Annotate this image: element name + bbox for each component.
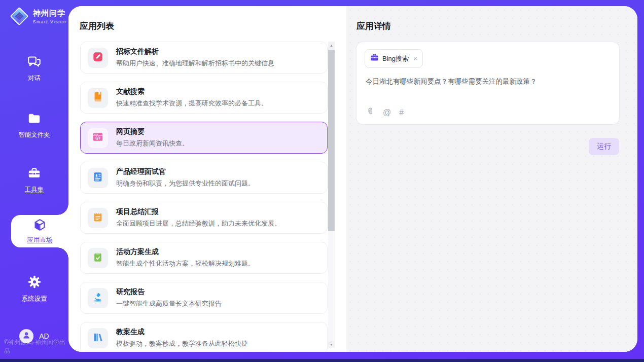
app-card-title: 文献搜索 — [116, 87, 268, 96]
app-detail-panel: 应用详情 Bing搜索 × 今日湖北有哪些新闻要点？有哪些需要关注的最新政策？ … — [346, 6, 637, 352]
app-card-description: 明确身份和职责，为您提供专业性的面试问题。 — [116, 179, 255, 188]
scrollbar-up-arrow[interactable]: ▲ — [328, 42, 335, 49]
tool-chip-label: Bing搜索 — [382, 54, 409, 63]
sidebar-item-label: 智能文件夹 — [18, 131, 50, 139]
query-text[interactable]: 今日湖北有哪些新闻要点？有哪些需要关注的最新政策？ — [366, 77, 611, 86]
notepad-icon — [92, 211, 103, 225]
app-card-description: 帮助用户快速、准确地理解和解析招标书中的关键信息 — [116, 59, 274, 68]
at-icon[interactable]: @ — [383, 108, 391, 117]
chip-close-icon[interactable]: × — [413, 55, 417, 62]
bottom-bar — [0, 359, 644, 362]
app-card-description: 快速精准查找学术资源，提高研究效率的必备工具。 — [116, 99, 268, 108]
app-icon-tile — [88, 288, 108, 308]
query-input-card[interactable]: Bing搜索 × 今日湖北有哪些新闻要点？有哪些需要关注的最新政策？ @# — [356, 42, 620, 125]
app-card[interactable]: 网页摘要每日政府新闻资讯快查。 — [80, 122, 328, 154]
sidebar-item-5[interactable]: 系统设置 — [0, 275, 68, 303]
briefcase-icon — [370, 53, 379, 64]
app-card-description: 智能生成个性化活动方案，轻松解决规划难题。 — [116, 259, 255, 268]
toolbox-icon — [27, 166, 41, 182]
app-card-texts: 招标文件解析帮助用户快速、准确地理解和解析招标书中的关键信息 — [116, 47, 274, 68]
app-card[interactable]: 项目总结汇报全面回顾项目进展，总结经验教训，助力未来优化发展。 — [80, 202, 328, 234]
paperclip-icon[interactable] — [366, 107, 375, 118]
resume-icon — [92, 171, 103, 185]
app-detail-title: 应用详情 — [356, 20, 391, 32]
brand-name: 神州问学 — [33, 9, 66, 18]
app-card-title: 招标文件解析 — [116, 47, 274, 56]
app-card-title: 研究报告 — [116, 287, 222, 297]
app-list-panel: 应用列表 招标文件解析帮助用户快速、准确地理解和解析招标书中的关键信息文献搜索快… — [68, 6, 346, 352]
app-card-title: 网页摘要 — [116, 127, 189, 136]
app-icon-tile — [88, 48, 108, 68]
app-icon-tile — [88, 328, 108, 348]
scrollbar-thumb[interactable] — [328, 50, 335, 231]
cube-icon — [33, 218, 47, 233]
app-card-texts: 教案生成模板驱动，教案秒成，教学准备从此轻松快捷 — [116, 328, 248, 348]
app-card-texts: 研究报告一键智能生成高质量长文本研究报告 — [116, 287, 222, 308]
app-card[interactable]: 研究报告一键智能生成高质量长文本研究报告 — [80, 282, 328, 314]
app-card-texts: 活动方案生成智能生成个性化活动方案，轻松解决规划难题。 — [116, 247, 255, 268]
folder-icon — [27, 112, 41, 127]
app-card[interactable]: 文献搜索快速精准查找学术资源，提高研究效率的必备工具。 — [80, 82, 328, 114]
books-icon — [92, 332, 103, 345]
microscope-icon — [92, 292, 103, 305]
app-card[interactable]: 产品经理面试官明确身份和职责，为您提供专业性的面试问题。 — [80, 162, 328, 194]
hash-icon[interactable]: # — [399, 108, 404, 117]
edit-square-icon — [92, 51, 103, 64]
book-icon — [92, 91, 103, 104]
browser-code-icon — [92, 131, 103, 144]
scrollbar-down-arrow[interactable]: ▼ — [328, 341, 335, 348]
app-card-description: 一键智能生成高质量长文本研究报告 — [116, 299, 222, 308]
app-card-title: 活动方案生成 — [116, 247, 255, 257]
main-content: 应用列表 招标文件解析帮助用户快速、准确地理解和解析招标书中的关键信息文献搜索快… — [68, 6, 637, 352]
app-icon-tile — [88, 88, 108, 108]
app-icon-tile — [88, 208, 108, 228]
sidebar-item-label: 系统设置 — [22, 295, 47, 303]
sidebar-item-label: 工具集 — [25, 186, 44, 194]
app-card-description: 模板驱动，教案秒成，教学准备从此轻松快捷 — [116, 339, 248, 348]
app-card-title: 产品经理面试官 — [116, 167, 255, 176]
list-scrollbar[interactable]: ▲ ▼ — [328, 42, 335, 348]
app-card-texts: 网页摘要每日政府新闻资讯快查。 — [116, 127, 189, 148]
gear-icon — [27, 275, 42, 291]
app-icon-tile — [88, 248, 108, 268]
diamond-logo-icon — [10, 7, 28, 25]
app-card-list: 招标文件解析帮助用户快速、准确地理解和解析招标书中的关键信息文献搜索快速精准查找… — [80, 42, 328, 352]
run-button[interactable]: 运行 — [589, 138, 619, 155]
app-card-texts: 项目总结汇报全面回顾项目进展，总结经验教训，助力未来优化发展。 — [116, 207, 281, 228]
sidebar-item-3[interactable]: 工具集 — [0, 166, 68, 194]
app-card-description: 全面回顾项目进展，总结经验教训，助力未来优化发展。 — [116, 219, 281, 228]
app-icon-tile — [88, 128, 108, 148]
app-card-description: 每日政府新闻资讯快查。 — [116, 139, 189, 148]
sidebar-item-1[interactable]: 对话 — [0, 55, 68, 83]
app-card-texts: 产品经理面试官明确身份和职责，为您提供专业性的面试问题。 — [116, 167, 255, 188]
app-list-title: 应用列表 — [80, 20, 114, 32]
copyright-footer: ©神州数码·神州问学出品 — [4, 338, 68, 355]
app-card[interactable]: 活动方案生成智能生成个性化活动方案，轻松解决规划难题。 — [80, 242, 328, 274]
app-logo: 神州问学 Smart Vision — [10, 7, 66, 25]
app-card[interactable]: 教案生成模板驱动，教案秒成，教学准备从此轻松快捷 — [80, 322, 328, 352]
app-card-title: 教案生成 — [116, 328, 248, 337]
sidebar: 神州问学 Smart Vision 对话智能文件夹工具集应用市场系统设置 AD … — [0, 0, 68, 362]
composer-toolbar: @# — [366, 107, 404, 118]
sidebar-item-2[interactable]: 智能文件夹 — [0, 112, 68, 139]
sidebar-item-label: 应用市场 — [27, 236, 53, 244]
chat-icon — [27, 55, 41, 70]
sidebar-item-4[interactable]: 应用市场 — [11, 215, 68, 247]
app-card-texts: 文献搜索快速精准查找学术资源，提高研究效率的必备工具。 — [116, 87, 268, 108]
app-card[interactable]: 招标文件解析帮助用户快速、准确地理解和解析招标书中的关键信息 — [80, 42, 328, 74]
clipboard-check-icon — [92, 251, 103, 265]
tool-chip-bing-search[interactable]: Bing搜索 × — [365, 49, 423, 68]
app-icon-tile — [88, 168, 108, 188]
brand-tagline: Smart Vision — [33, 19, 66, 24]
sidebar-item-label: 对话 — [28, 74, 41, 83]
app-card-title: 项目总结汇报 — [116, 207, 281, 216]
